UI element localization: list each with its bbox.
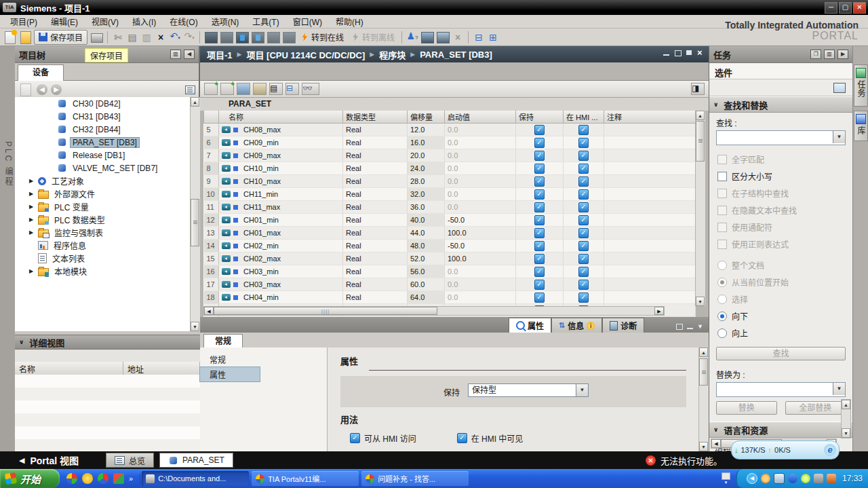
tab-general[interactable]: 常规 — [203, 334, 243, 348]
retain-checkbox[interactable] — [534, 189, 545, 200]
menu-item[interactable]: 帮助(H) — [330, 14, 370, 29]
comment-cell[interactable] — [604, 162, 696, 175]
save-project-button[interactable]: 保存项目 — [34, 30, 87, 45]
upload-from-device-icon[interactable] — [252, 32, 264, 43]
tree-item[interactable]: ▶ PLC 数据类型 — [15, 213, 200, 226]
find-scope-radio[interactable]: 整个文档 — [709, 257, 852, 274]
table-scrollbar-vertical[interactable]: ▲ ▼ — [695, 111, 705, 306]
tree-item[interactable]: ▶ Release [DB1] — [15, 149, 200, 162]
cross-references-icon[interactable]: × — [452, 31, 464, 44]
float-inspector-icon[interactable] — [675, 323, 683, 330]
comment-cell[interactable] — [604, 188, 696, 201]
cut-icon[interactable]: ✄ — [112, 31, 124, 44]
comment-cell[interactable] — [604, 201, 696, 214]
find-scope-radio[interactable]: 从当前位置开始 — [709, 274, 852, 290]
device-config-icon[interactable] — [205, 32, 218, 43]
retain-checkbox[interactable] — [534, 138, 545, 148]
quick-launch-icon-2[interactable] — [82, 473, 93, 484]
find-option-checkbox[interactable]: 在隐藏文本中查找 — [709, 202, 852, 219]
find-scope-radio[interactable]: 向下 — [709, 307, 852, 324]
display-tray-icon[interactable] — [814, 474, 823, 483]
table-row[interactable]: 14 CH02_min Real 48.0 -50.0 — [204, 240, 696, 252]
retain-checkbox[interactable] — [534, 254, 545, 264]
expand-all-members-icon[interactable]: ▤ — [269, 83, 283, 95]
breadcrumb-current[interactable]: PARA_SET [DB3] — [420, 50, 492, 60]
visible-in-hmi-checkbox[interactable] — [578, 254, 589, 264]
bluetooth-tray-icon[interactable] — [788, 474, 797, 483]
find-option-checkbox[interactable]: 全字匹配 — [709, 151, 852, 168]
expand-arrow-icon[interactable]: ▶ — [29, 229, 35, 236]
scroll-up-icon[interactable]: ▲ — [699, 348, 708, 357]
visible-in-hmi-checkbox[interactable] — [578, 280, 589, 290]
forward-icon[interactable]: ▶ — [51, 84, 62, 95]
input-indicator-icon[interactable]: ▼ — [722, 472, 730, 485]
tree-item[interactable]: ▶ VALVE_MC_SET [DB7] — [15, 162, 200, 174]
table-row[interactable]: 10 CH11_min Real 32.0 0.0 — [204, 188, 696, 201]
comment-cell[interactable] — [604, 227, 696, 240]
comment-cell[interactable] — [604, 124, 696, 136]
scroll-thumb[interactable]: |||| — [214, 307, 437, 315]
scroll-left-icon[interactable]: ◀ — [711, 439, 721, 448]
col-comment[interactable]: 注释 — [604, 111, 696, 124]
scroll-up-icon[interactable]: ▲ — [842, 400, 850, 409]
table-row[interactable]: 8 CH10_min Real 24.0 0.0 — [204, 162, 696, 175]
taskbar-window-button[interactable]: 问题补充 - 找答... — [361, 471, 469, 486]
table-row[interactable]: 18 CH04_min Real 64.0 0.0 — [204, 291, 696, 304]
table-row[interactable]: 13 CH01_max Real 44.0 100.0 — [204, 227, 696, 240]
detail-view-header[interactable]: ∨ 详细视图 — [15, 335, 200, 350]
find-input[interactable]: ▼ — [716, 130, 846, 145]
find-option-checkbox[interactable]: 使用正则表达式 — [709, 236, 852, 252]
comment-cell[interactable] — [604, 214, 696, 227]
visible-in-hmi-checkbox[interactable] — [578, 267, 589, 277]
taskbar-window-button[interactable]: TIA Portalv11编... — [252, 471, 359, 486]
col-hmi[interactable]: 在 HMI ... — [564, 111, 604, 124]
auto-collapse-icon[interactable]: ▥ — [170, 50, 181, 59]
visible-in-hmi-checkbox[interactable] — [578, 176, 589, 187]
scroll-thumb[interactable] — [191, 199, 199, 246]
retain-checkbox[interactable] — [534, 215, 545, 225]
expand-arrow-icon[interactable]: ▶ — [29, 268, 35, 274]
tree-item[interactable]: ▶ 外部源文件 — [15, 187, 200, 200]
print-icon[interactable] — [91, 33, 103, 43]
scroll-thumb[interactable] — [696, 121, 705, 162]
dropdown-arrow-icon[interactable]: ▼ — [833, 383, 845, 395]
split-editor-icon[interactable]: ◨ — [691, 83, 705, 95]
find-option-checkbox[interactable]: 在子结构中查找 — [709, 185, 852, 202]
retain-checkbox[interactable] — [534, 202, 545, 212]
expand-arrow-icon[interactable]: ▶ — [29, 191, 35, 197]
accessible-devices-icon[interactable] — [421, 32, 434, 43]
find-scope-radio[interactable]: 选择 — [709, 290, 852, 307]
tray-collapse-icon[interactable]: ◀ — [747, 473, 757, 484]
compile-icon[interactable] — [220, 32, 233, 43]
expand-arrow-icon[interactable]: ▶ — [29, 204, 35, 210]
languages-resources-header[interactable]: ∨ 语言和资源 — [709, 421, 852, 438]
redo-icon[interactable]: ↷▾ — [183, 29, 195, 45]
side-tab-library[interactable]: 库 — [854, 111, 868, 141]
col-datatype[interactable]: 数据类型 — [343, 111, 408, 124]
properties-nav-item[interactable]: 常规 — [200, 352, 260, 367]
new-project-icon[interactable] — [5, 31, 16, 44]
collapse-chevron-icon[interactable]: ∨ — [713, 101, 718, 108]
diagnostics-icon[interactable]: ♟? — [406, 29, 418, 45]
properties-nav-item[interactable]: 属性 — [200, 367, 260, 381]
table-row[interactable]: 16 CH03_min Real 56.0 0.0 — [204, 265, 696, 278]
visible-in-hmi-checkbox[interactable] — [578, 164, 589, 174]
comment-cell[interactable] — [604, 252, 696, 265]
maximize-editor-icon[interactable] — [686, 50, 693, 56]
retain-checkbox[interactable] — [534, 125, 545, 135]
retain-checkbox[interactable] — [534, 267, 545, 277]
retain-checkbox[interactable] — [534, 228, 545, 238]
languages-scrollbar[interactable]: ▲ ▼ — [841, 399, 851, 438]
back-icon[interactable]: ◀ — [37, 84, 47, 95]
table-row[interactable]: 5 CH08_max Real 12.0 0.0 — [204, 124, 696, 136]
comment-cell[interactable] — [604, 175, 696, 188]
visible-in-hmi-checkbox[interactable] — [578, 151, 589, 161]
menu-item[interactable]: 窗口(W) — [287, 14, 328, 29]
comment-cell[interactable] — [604, 265, 696, 278]
visible-in-hmi-checkbox[interactable] — [578, 228, 589, 238]
tab-properties[interactable]: 属性 — [509, 318, 551, 333]
scroll-up-icon[interactable]: ▲ — [696, 111, 705, 120]
dropdown-arrow-icon[interactable]: ▼ — [833, 131, 845, 143]
retain-checkbox[interactable] — [534, 164, 545, 174]
visible-in-hmi-checkbox[interactable] — [578, 241, 589, 251]
